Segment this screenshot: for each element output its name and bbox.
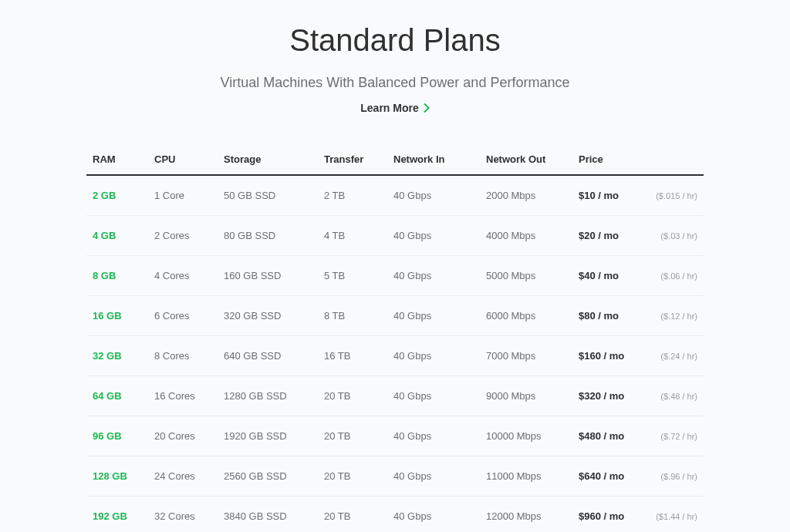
cell-net-in: 40 Gbps	[387, 456, 480, 497]
cell-cpu: 16 Cores	[148, 376, 218, 416]
cell-net-out: 10000 Mbps	[480, 416, 572, 456]
table-row: 8 GB4 Cores160 GB SSD5 TB40 Gbps5000 Mbp…	[86, 256, 704, 296]
header: Standard Plans Virtual Machines With Bal…	[0, 23, 790, 115]
cell-price: $960 / mo	[572, 497, 650, 533]
cell-price-hr: ($.12 / hr)	[650, 296, 704, 336]
cell-ram: 16 GB	[86, 296, 148, 336]
table-row: 96 GB20 Cores1920 GB SSD20 TB40 Gbps1000…	[86, 416, 704, 456]
col-price-hr	[650, 144, 704, 175]
cell-price: $20 / mo	[572, 216, 650, 256]
cell-ram: 128 GB	[86, 456, 148, 497]
cell-price: $480 / mo	[572, 416, 650, 456]
cell-net-out: 6000 Mbps	[480, 296, 572, 336]
col-cpu: CPU	[148, 144, 218, 175]
cell-cpu: 4 Cores	[148, 256, 218, 296]
cell-net-in: 40 Gbps	[387, 376, 480, 416]
table-row: 128 GB24 Cores2560 GB SSD20 TB40 Gbps110…	[86, 456, 704, 497]
cell-transfer: 16 TB	[318, 336, 387, 376]
cell-net-in: 40 Gbps	[387, 336, 480, 376]
cell-cpu: 8 Cores	[148, 336, 218, 376]
col-price: Price	[572, 144, 650, 175]
cell-price: $320 / mo	[572, 376, 650, 416]
cell-price: $80 / mo	[572, 296, 650, 336]
cell-ram: 64 GB	[86, 376, 148, 416]
cell-net-in: 40 Gbps	[387, 497, 480, 533]
pricing-page: Standard Plans Virtual Machines With Bal…	[0, 0, 790, 532]
cell-net-in: 40 Gbps	[387, 216, 480, 256]
cell-net-in: 40 Gbps	[387, 256, 480, 296]
cell-storage: 2560 GB SSD	[218, 456, 318, 497]
cell-ram: 32 GB	[86, 336, 148, 376]
cell-cpu: 32 Cores	[148, 497, 218, 533]
cell-transfer: 20 TB	[318, 376, 387, 416]
col-storage: Storage	[218, 144, 318, 175]
cell-price-hr: ($.48 / hr)	[650, 376, 704, 416]
cell-storage: 80 GB SSD	[218, 216, 318, 256]
cell-net-out: 2000 Mbps	[480, 175, 572, 216]
cell-net-in: 40 Gbps	[387, 175, 480, 216]
col-ram: RAM	[86, 144, 148, 175]
cell-cpu: 6 Cores	[148, 296, 218, 336]
cell-net-out: 4000 Mbps	[480, 216, 572, 256]
cell-net-out: 7000 Mbps	[480, 336, 572, 376]
cell-cpu: 2 Cores	[148, 216, 218, 256]
cell-transfer: 4 TB	[318, 216, 387, 256]
cell-price-hr: ($.96 / hr)	[650, 456, 704, 497]
cell-price: $40 / mo	[572, 256, 650, 296]
table-row: 32 GB8 Cores640 GB SSD16 TB40 Gbps7000 M…	[86, 336, 704, 376]
cell-net-out: 5000 Mbps	[480, 256, 572, 296]
table-header-row: RAM CPU Storage Transfer Network In Netw…	[86, 144, 704, 175]
col-net-in: Network In	[387, 144, 480, 175]
cell-transfer: 20 TB	[318, 497, 387, 533]
cell-net-out: 11000 Mbps	[480, 456, 572, 497]
cell-price: $640 / mo	[572, 456, 650, 497]
cell-ram: 2 GB	[86, 175, 148, 216]
cell-price-hr: ($.015 / hr)	[650, 175, 704, 216]
col-transfer: Transfer	[318, 144, 387, 175]
cell-price-hr: ($.24 / hr)	[650, 336, 704, 376]
cell-cpu: 20 Cores	[148, 416, 218, 456]
cell-transfer: 8 TB	[318, 296, 387, 336]
cell-transfer: 20 TB	[318, 456, 387, 497]
cell-price-hr: ($.72 / hr)	[650, 416, 704, 456]
table-row: 2 GB1 Core50 GB SSD2 TB40 Gbps2000 Mbps$…	[86, 175, 704, 216]
chevron-right-icon	[424, 103, 430, 113]
table-row: 192 GB32 Cores3840 GB SSD20 TB40 Gbps120…	[86, 497, 704, 533]
cell-cpu: 1 Core	[148, 175, 218, 216]
cell-net-in: 40 Gbps	[387, 416, 480, 456]
cell-net-out: 9000 Mbps	[480, 376, 572, 416]
table-row: 4 GB2 Cores80 GB SSD4 TB40 Gbps4000 Mbps…	[86, 216, 704, 256]
cell-ram: 96 GB	[86, 416, 148, 456]
cell-price-hr: ($.06 / hr)	[650, 256, 704, 296]
cell-price: $10 / mo	[572, 175, 650, 216]
cell-storage: 50 GB SSD	[218, 175, 318, 216]
cell-storage: 320 GB SSD	[218, 296, 318, 336]
cell-ram: 8 GB	[86, 256, 148, 296]
cell-price-hr: ($.03 / hr)	[650, 216, 704, 256]
cell-ram: 4 GB	[86, 216, 148, 256]
cell-storage: 3840 GB SSD	[218, 497, 318, 533]
learn-more-label: Learn More	[360, 102, 418, 114]
cell-transfer: 20 TB	[318, 416, 387, 456]
page-title: Standard Plans	[0, 23, 790, 58]
cell-storage: 640 GB SSD	[218, 336, 318, 376]
cell-transfer: 2 TB	[318, 175, 387, 216]
table-row: 16 GB6 Cores320 GB SSD8 TB40 Gbps6000 Mb…	[86, 296, 704, 336]
cell-ram: 192 GB	[86, 497, 148, 533]
cell-storage: 160 GB SSD	[218, 256, 318, 296]
cell-price-hr: ($1.44 / hr)	[650, 497, 704, 533]
cell-price: $160 / mo	[572, 336, 650, 376]
learn-more-link[interactable]: Learn More	[360, 102, 429, 114]
cell-net-out: 12000 Mbps	[480, 497, 572, 533]
table-row: 64 GB16 Cores1280 GB SSD20 TB40 Gbps9000…	[86, 376, 704, 416]
cell-transfer: 5 TB	[318, 256, 387, 296]
pricing-table-wrap: RAM CPU Storage Transfer Network In Netw…	[86, 144, 704, 532]
cell-storage: 1920 GB SSD	[218, 416, 318, 456]
cell-cpu: 24 Cores	[148, 456, 218, 497]
cell-net-in: 40 Gbps	[387, 296, 480, 336]
cell-storage: 1280 GB SSD	[218, 376, 318, 416]
col-net-out: Network Out	[480, 144, 572, 175]
page-subtitle: Virtual Machines With Balanced Power and…	[0, 75, 790, 91]
pricing-table: RAM CPU Storage Transfer Network In Netw…	[86, 144, 704, 532]
